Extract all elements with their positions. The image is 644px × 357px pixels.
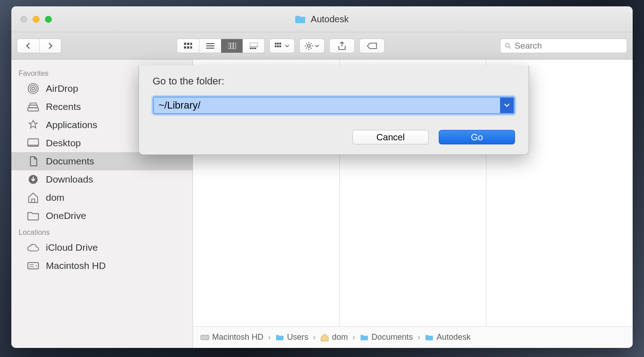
desktop-icon	[27, 138, 40, 149]
cloud-icon	[27, 242, 40, 253]
toolbar	[11, 32, 633, 60]
applications-icon	[27, 119, 40, 130]
sidebar-item-icloud[interactable]: iCloud Drive	[11, 238, 193, 257]
section-header-locations: Locations	[11, 225, 193, 238]
svg-point-21	[32, 87, 35, 90]
go-to-folder-dialog: Go to the folder: Cancel Go	[139, 65, 529, 155]
svg-point-20	[505, 43, 509, 47]
path-seg-dom[interactable]: dom	[320, 332, 348, 342]
search-input[interactable]	[515, 41, 622, 51]
documents-icon	[27, 156, 40, 167]
svg-rect-17	[277, 45, 279, 47]
icon-view-button[interactable]	[177, 39, 199, 53]
sidebar-item-downloads[interactable]: Downloads	[11, 170, 193, 188]
titlebar: Autodesk	[11, 6, 633, 32]
chevron-right-icon: ›	[351, 332, 357, 342]
home-icon	[27, 192, 40, 203]
dropdown-button[interactable]	[500, 98, 514, 113]
svg-point-19	[307, 45, 310, 47]
traffic-lights	[11, 16, 52, 23]
close-icon[interactable]	[20, 16, 27, 23]
path-bar: Macintosh HD › Users › dom › Documents ›…	[193, 326, 633, 348]
airdrop-icon	[27, 83, 40, 94]
path-label: Users	[287, 332, 308, 342]
path-combo	[153, 96, 515, 114]
tags-button[interactable]	[359, 39, 385, 53]
sidebar-item-label: OneDrive	[46, 210, 86, 221]
list-view-button[interactable]	[199, 39, 221, 53]
svg-rect-16	[275, 45, 277, 47]
svg-rect-24	[28, 108, 38, 111]
svg-rect-7	[231, 43, 233, 49]
chevron-right-icon: ›	[311, 332, 317, 342]
svg-rect-5	[190, 46, 192, 49]
path-seg-users[interactable]: Users	[275, 332, 308, 342]
path-seg-macintosh-hd[interactable]: Macintosh HD	[200, 332, 263, 342]
folder-icon	[360, 333, 369, 342]
path-seg-autodesk[interactable]: Autodesk	[425, 332, 471, 342]
svg-rect-4	[187, 46, 189, 49]
svg-rect-26	[30, 103, 36, 105]
sidebar-item-label: Recents	[46, 101, 81, 112]
group-button[interactable]	[269, 39, 295, 53]
folder-icon	[27, 210, 40, 221]
finder-window: Autodesk	[11, 6, 633, 348]
svg-point-22	[30, 85, 36, 92]
svg-rect-8	[233, 43, 236, 49]
sidebar-item-onedrive[interactable]: OneDrive	[11, 207, 193, 225]
maximize-icon[interactable]	[45, 16, 52, 23]
path-label: Macintosh HD	[212, 332, 263, 342]
dialog-heading: Go to the folder:	[153, 75, 515, 87]
svg-rect-3	[184, 46, 186, 49]
sidebar-item-label: Macintosh HD	[46, 260, 106, 271]
svg-rect-0	[184, 43, 186, 45]
svg-rect-12	[254, 48, 256, 49]
view-switcher	[177, 39, 265, 53]
svg-rect-1	[187, 43, 189, 45]
forward-button[interactable]	[39, 39, 61, 53]
sidebar-item-label: dom	[46, 192, 64, 203]
svg-rect-25	[29, 105, 38, 108]
sidebar-item-home[interactable]: dom	[11, 188, 193, 207]
svg-rect-6	[228, 43, 230, 49]
path-label: Documents	[372, 332, 413, 342]
gallery-view-button[interactable]	[243, 39, 264, 53]
sidebar-item-label: AirDrop	[46, 83, 78, 94]
disk-icon	[200, 333, 209, 342]
svg-rect-9	[250, 43, 258, 47]
share-button[interactable]	[329, 39, 355, 53]
svg-rect-31	[201, 335, 209, 340]
cancel-button[interactable]: Cancel	[352, 130, 429, 144]
sidebar-item-label: Desktop	[46, 138, 81, 149]
disk-icon	[27, 260, 40, 271]
sidebar-item-documents[interactable]: Documents	[11, 152, 193, 170]
chevron-down-icon	[504, 104, 510, 107]
sidebar-item-label: Applications	[46, 119, 97, 130]
downloads-icon	[27, 174, 40, 185]
path-label: dom	[332, 332, 348, 342]
sidebar-item-label: iCloud Drive	[46, 242, 98, 253]
recents-icon	[27, 101, 40, 112]
search-field[interactable]	[500, 39, 627, 53]
svg-rect-18	[279, 45, 281, 47]
action-button[interactable]	[299, 39, 325, 53]
search-icon	[505, 42, 511, 50]
folder-icon	[275, 333, 284, 342]
path-seg-documents[interactable]: Documents	[360, 332, 413, 342]
folder-icon	[425, 333, 434, 342]
path-input[interactable]	[154, 98, 500, 113]
svg-rect-11	[252, 48, 254, 49]
column-view-button[interactable]	[221, 39, 243, 53]
back-button[interactable]	[17, 39, 39, 53]
chevron-right-icon: ›	[416, 332, 422, 342]
window-title-text: Autodesk	[311, 14, 348, 25]
nav-buttons	[17, 39, 61, 53]
svg-point-30	[36, 265, 37, 266]
go-button[interactable]: Go	[439, 130, 515, 144]
minimize-icon[interactable]	[33, 16, 40, 23]
sidebar-item-macintosh-hd[interactable]: Macintosh HD	[11, 257, 193, 275]
svg-rect-2	[190, 43, 192, 45]
home-icon	[320, 333, 329, 342]
svg-rect-10	[250, 48, 252, 49]
svg-rect-15	[279, 43, 281, 45]
